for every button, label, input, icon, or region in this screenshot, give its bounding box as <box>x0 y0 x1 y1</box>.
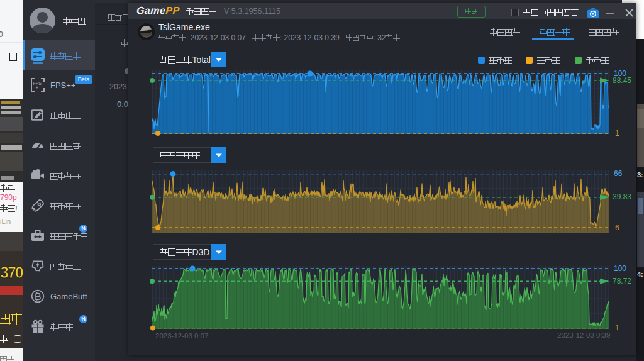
svg-text:+: + <box>35 85 38 91</box>
